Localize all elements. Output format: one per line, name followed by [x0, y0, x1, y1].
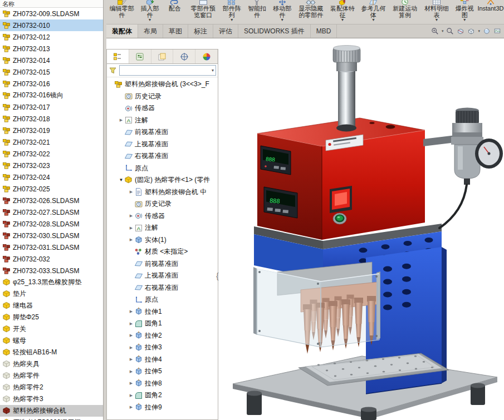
tree-item[interactable]: ▶实体(1): [107, 234, 218, 246]
file-list-item[interactable]: ZH0732-010: [0, 19, 103, 31]
expand-arrow-icon[interactable]: ▶: [128, 357, 134, 362]
file-list-item[interactable]: ZH0732-032: [0, 253, 103, 265]
file-list-item[interactable]: 开关: [0, 323, 103, 335]
tree-item[interactable]: 材质 <未指定>: [107, 246, 218, 258]
file-list-item[interactable]: ZH0732-033.SLDASM: [0, 265, 103, 276]
tab-sketch[interactable]: 草图: [163, 24, 188, 38]
tree-item[interactable]: ▶拉伸8: [107, 378, 218, 390]
smart-fasteners-button[interactable]: 智能扣件: [244, 0, 270, 24]
tree-item[interactable]: ▶拉伸5: [107, 365, 218, 378]
expand-arrow-icon[interactable]: ▶: [128, 369, 134, 374]
file-list-item[interactable]: ZH0732-030.SLDASM: [0, 230, 103, 241]
tree-item[interactable]: ▶圆角1: [107, 318, 218, 330]
file-list-item[interactable]: 热熔夹具: [0, 358, 103, 370]
section-icon[interactable]: [457, 27, 464, 35]
component-pattern-button[interactable]: 部件阵列▼: [219, 0, 244, 24]
file-list-item[interactable]: ZH0732-016: [0, 78, 103, 90]
file-list-item[interactable]: 热熔零件2: [0, 382, 103, 393]
tree-item[interactable]: ▶拉伸4: [107, 354, 218, 366]
file-list-item[interactable]: ZH0732-017: [0, 101, 103, 113]
file-list-item[interactable]: 热熔零件3: [0, 393, 103, 405]
expand-arrow-icon[interactable]: ▶: [128, 214, 134, 218]
file-list-item[interactable]: ZH0732-025: [0, 183, 103, 195]
dropdown-caret-icon[interactable]: ▼: [463, 18, 467, 22]
tree-item[interactable]: 右视基准面: [107, 282, 218, 294]
panel-resize-grip[interactable]: {: [216, 271, 219, 280]
file-list-item[interactable]: 垫片: [0, 288, 103, 300]
expand-arrow-icon[interactable]: ▶: [128, 238, 134, 242]
file-list-item[interactable]: φ25_13.3黑色橡胶脚垫: [0, 276, 103, 288]
tree-item[interactable]: 原点: [107, 294, 218, 306]
expand-arrow-icon[interactable]: ▼: [118, 177, 124, 182]
move-component-button[interactable]: 移动部件▼: [270, 0, 295, 24]
file-list-item[interactable]: ZH0732-022: [0, 148, 103, 160]
tree-item[interactable]: 传感器: [107, 102, 218, 115]
file-list-item[interactable]: ZH0732-018: [0, 113, 103, 125]
zoomfit-icon[interactable]: [446, 27, 454, 35]
tree-item[interactable]: ▶拉伸9: [107, 402, 218, 414]
expand-arrow-icon[interactable]: ▶: [128, 226, 134, 230]
tree-item[interactable]: 右视基准面: [107, 150, 218, 162]
tree-item[interactable]: 历史记录: [107, 91, 218, 103]
property-manager-tab[interactable]: [129, 50, 151, 63]
tree-item[interactable]: 历史记录: [107, 198, 218, 210]
orient-icon[interactable]: [467, 27, 475, 35]
tree-item[interactable]: 塑料热熔接铆合机 (3<<3>_F: [107, 78, 218, 91]
tab-annotation[interactable]: 标注: [188, 24, 213, 38]
tree-item[interactable]: 原点: [107, 162, 218, 175]
file-list-item[interactable]: ZH0732-028.SLDASM: [0, 218, 103, 230]
chevron-down-icon[interactable]: ▾: [442, 29, 444, 33]
assembly-features-button[interactable]: 装配体特征▼: [327, 0, 358, 24]
tree-item[interactable]: ▶圆角2: [107, 389, 218, 402]
tab-layout[interactable]: 布局: [138, 24, 163, 38]
file-list-item[interactable]: ZH0732-021: [0, 136, 103, 148]
expand-arrow-icon[interactable]: ▶: [128, 345, 134, 350]
file-list-item[interactable]: ZH0732-019: [0, 125, 103, 136]
file-list-item[interactable]: ZH0732-026.SLDASM: [0, 195, 103, 206]
tree-item[interactable]: 前视基准面: [107, 126, 218, 139]
instant3d-button[interactable]: Instant3D: [477, 0, 504, 24]
mate-button[interactable]: 配合: [163, 0, 187, 24]
file-list-item[interactable]: ZH0732-024: [0, 171, 103, 183]
exploded-view-button[interactable]: 爆炸视图▼: [452, 0, 477, 24]
dropdown-caret-icon[interactable]: ▼: [230, 18, 234, 22]
tree-filter-input[interactable]: ▾: [119, 65, 216, 76]
file-list-item[interactable]: 螺母: [0, 335, 103, 347]
file-list-item[interactable]: 塑料热熔接铆合机: [0, 405, 103, 417]
file-list-item[interactable]: ZH0732-016镜向: [0, 90, 103, 101]
file-list-item[interactable]: 热熔零件: [0, 370, 103, 382]
new-motion-study-button[interactable]: 新建运动算例: [389, 0, 421, 24]
dropdown-caret-icon[interactable]: ▼: [148, 18, 152, 22]
expand-arrow-icon[interactable]: ▶: [128, 381, 134, 386]
expand-arrow-icon[interactable]: ▶: [128, 405, 134, 409]
config-manager-tab[interactable]: [151, 50, 174, 63]
file-list-item[interactable]: 继电器: [0, 300, 103, 312]
dropdown-caret-icon[interactable]: ▼: [280, 18, 284, 22]
expand-arrow-icon[interactable]: ▶: [128, 309, 134, 314]
file-list-item[interactable]: ZH0732-014: [0, 55, 103, 66]
dropdown-caret-icon[interactable]: ▼: [341, 18, 345, 22]
tab-evaluate[interactable]: 评估: [213, 24, 238, 38]
dropdown-caret-icon[interactable]: ▼: [434, 18, 438, 22]
tree-item[interactable]: 前视基准面: [107, 258, 218, 270]
tree-item[interactable]: ▶A注解: [107, 115, 218, 127]
bill-of-materials-button[interactable]: 材料明细表▼: [421, 0, 452, 24]
tree-item[interactable]: ▶塑料热熔接铆合机 中: [107, 186, 218, 199]
tab-assembly[interactable]: 装配体: [106, 24, 138, 38]
insert-components-button[interactable]: 插入部件▼: [137, 0, 162, 24]
expand-arrow-icon[interactable]: ▶: [128, 393, 134, 398]
component-preview-window-button[interactable]: 零部件预览窗口: [187, 0, 219, 24]
display-manager-tab[interactable]: [195, 50, 218, 63]
dimxpert-manager-tab[interactable]: [173, 50, 195, 63]
file-list-item[interactable]: ZH0732-013: [0, 43, 103, 55]
expand-arrow-icon[interactable]: ▶: [118, 118, 124, 122]
tree-item[interactable]: 上视基准面: [107, 139, 218, 151]
tree-item[interactable]: ▶拉伸1: [107, 306, 218, 318]
scene-icon[interactable]: [493, 27, 501, 35]
file-list-item[interactable]: ZH0732-023: [0, 160, 103, 171]
expand-arrow-icon[interactable]: ▶: [128, 333, 134, 338]
appearance-icon[interactable]: [483, 27, 491, 35]
show-hidden-components-button[interactable]: 显示隐藏的零部件: [295, 0, 327, 24]
edit-component-button[interactable]: 编辑零部件: [106, 0, 137, 24]
file-list-item[interactable]: ZH0732-012: [0, 31, 103, 43]
